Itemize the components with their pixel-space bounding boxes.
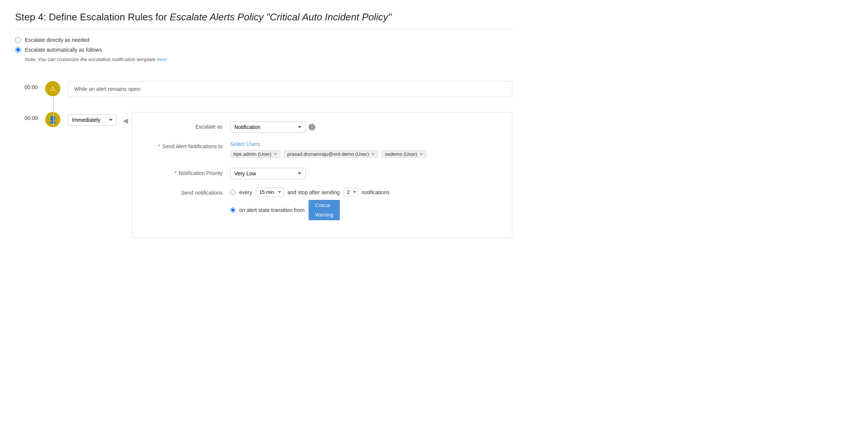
- radio-every[interactable]: [230, 190, 235, 195]
- radio-direct-label[interactable]: Escalate directly as needed: [25, 37, 89, 43]
- title-prefix: Step 4: Define Escalation Rules for: [15, 11, 170, 23]
- radio-item-direct: Escalate directly as needed: [15, 37, 512, 43]
- escalate-as-value: Notification Incident Alert i: [230, 121, 501, 133]
- send-notifications-label: Send notifications: [144, 187, 230, 196]
- priority-required-marker: *: [174, 170, 176, 176]
- timeline-area: 00:00 ⚠ While an alert remains open: 00:…: [15, 81, 512, 238]
- user-tag-3-name: sedemo (User): [385, 151, 417, 157]
- notifications-to-text: Send Alert Notifications to: [162, 143, 223, 149]
- select-users-link[interactable]: Select Users: [230, 141, 501, 147]
- escalate-as-label: Escalate as: [144, 121, 230, 130]
- form-row-escalate-as: Escalate as Notification Incident Alert …: [144, 121, 501, 133]
- radio-group: Escalate directly as needed Escalate aut…: [15, 37, 512, 62]
- user-tag-1-name: hpe.admin (User): [234, 151, 271, 157]
- every-row: every 5 min 10 min 15 min 30 min 1 hour …: [230, 187, 501, 197]
- form-row-priority: * Notification Priority Very Low Low Med…: [144, 168, 501, 179]
- priority-label-text: Notification Priority: [179, 170, 223, 176]
- note-static: Note: You can customize the escalation n…: [25, 57, 157, 62]
- user-tag-3: sedemo (User) ✕: [381, 150, 426, 158]
- note-link[interactable]: here: [157, 57, 167, 62]
- priority-select[interactable]: Very Low Low Medium High Critical: [230, 168, 306, 179]
- notifications-to-label: * Send Alert Notifications to: [144, 141, 230, 149]
- warning-icon: ⚠: [50, 84, 56, 93]
- remove-user-3-button[interactable]: ✕: [419, 152, 423, 157]
- info-icon[interactable]: i: [309, 124, 315, 130]
- radio-item-auto: Escalate automatically as follows: [15, 47, 512, 53]
- form-row-send-notifications: Send notifications every 5 min 10 min 15…: [144, 187, 501, 220]
- immediately-select[interactable]: Immediately: [68, 114, 117, 126]
- transition-row: on alert state transition from Critical …: [230, 200, 501, 220]
- title-policy: Escalate Alerts Policy "Critical Auto In…: [170, 11, 391, 23]
- form-row-notifications-to: * Send Alert Notifications to Select Use…: [144, 141, 501, 160]
- user-tag-1: hpe.admin (User) ✕: [230, 150, 281, 158]
- note-text: Note: You can customize the escalation n…: [25, 57, 512, 62]
- user-tag-2-name: prasad.dronamraju@ent-demo (User): [287, 151, 369, 157]
- radio-direct[interactable]: [15, 37, 21, 43]
- priority-value: Very Low Low Medium High Critical: [230, 168, 501, 179]
- escalation-icon-person: 👤: [45, 112, 60, 127]
- alert-remains-open-text: While an alert remains open:: [74, 86, 141, 92]
- timeline-alert-message: While an alert remains open:: [68, 81, 512, 97]
- arrow-indicator: ◀: [123, 117, 128, 125]
- page-container: Step 4: Define Escalation Rules for Esca…: [0, 0, 527, 249]
- escalation-time: 00:00: [15, 112, 38, 121]
- every-label[interactable]: every: [239, 189, 252, 195]
- notifications-to-value: Select Users hpe.admin (User) ✕ prasad.d…: [230, 141, 501, 160]
- send-notifications-options: every 5 min 10 min 15 min 30 min 1 hour …: [230, 187, 501, 220]
- page-title: Step 4: Define Escalation Rules for Esca…: [15, 11, 512, 29]
- person-icon: 👤: [49, 115, 57, 124]
- user-tags-container: hpe.admin (User) ✕ prasad.dronamraju@ent…: [230, 150, 501, 160]
- state-select-box: Critical Warning: [309, 200, 340, 220]
- escalate-as-select[interactable]: Notification Incident Alert: [230, 121, 306, 133]
- user-tag-2: prasad.dronamraju@ent-demo (User) ✕: [284, 150, 378, 158]
- remove-user-2-button[interactable]: ✕: [371, 152, 375, 157]
- state-option-critical[interactable]: Critical: [309, 201, 339, 210]
- stop-count-select[interactable]: 1 2 3 4 5: [344, 187, 358, 197]
- remove-user-1-button[interactable]: ✕: [274, 152, 277, 157]
- stop-after-label: and stop after sending: [287, 189, 340, 195]
- state-option-warning[interactable]: Warning: [309, 210, 339, 220]
- timeline-icon-warning: ⚠: [45, 81, 60, 96]
- on-alert-state-label[interactable]: on alert state transition from: [239, 207, 305, 213]
- radio-auto[interactable]: [15, 47, 21, 53]
- radio-transition[interactable]: [230, 207, 235, 213]
- required-marker: *: [158, 143, 160, 149]
- escalation-details-panel: Escalate as Notification Incident Alert …: [132, 112, 512, 238]
- priority-label: * Notification Priority: [144, 168, 230, 176]
- notifications-suffix: notifications: [362, 189, 390, 195]
- radio-auto-label[interactable]: Escalate automatically as follows: [25, 47, 102, 53]
- interval-select[interactable]: 5 min 10 min 15 min 30 min 1 hour: [256, 187, 284, 197]
- timeline-time-1: 00:00: [15, 81, 38, 90]
